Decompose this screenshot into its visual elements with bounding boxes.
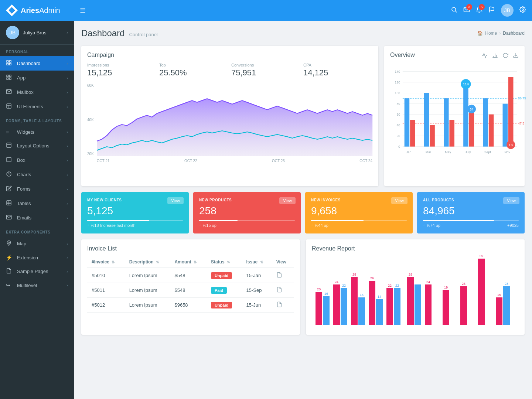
stat-progress-all-products	[423, 220, 519, 221]
sort-status-icon[interactable]: ⇅	[227, 260, 230, 264]
sidebar-username: Juliya Brus	[23, 30, 66, 35]
svg-text:Jan: Jan	[406, 150, 411, 154]
user-avatar[interactable]: JB	[501, 4, 514, 17]
svg-marker-0	[9, 7, 15, 14]
flag-icon[interactable]	[488, 6, 495, 15]
overview-line-chart-icon[interactable]	[482, 52, 488, 59]
search-icon[interactable]	[451, 6, 457, 15]
sidebar-arrow-sample-pages: ›	[66, 269, 68, 274]
svg-text:20: 20	[396, 134, 400, 138]
col-issue: Issue ⇅	[242, 256, 272, 268]
badge-paid-5011: Paid	[211, 287, 227, 294]
sidebar-item-sample-pages[interactable]: Sample Pages ›	[0, 264, 74, 279]
campaign-card: Campaign Impressions 15,125 Top 25.50% C…	[81, 46, 378, 186]
sidebar-label-extension: Extension	[17, 255, 66, 260]
sort-amount-icon[interactable]: ⇅	[194, 260, 197, 264]
stat-view-btn-new-invoices[interactable]: View	[391, 197, 407, 204]
svg-rect-92	[386, 288, 393, 325]
sidebar-arrow-forms: ›	[66, 187, 68, 191]
sort-invoice-icon[interactable]: ⇅	[112, 260, 115, 264]
svg-text:29: 29	[409, 273, 412, 276]
stat-value-all-products: 84,965	[423, 205, 519, 217]
sort-description-icon[interactable]: ⇅	[156, 260, 159, 264]
email-icon[interactable]: 3	[463, 6, 470, 15]
stat-view-btn-new-products[interactable]: View	[279, 197, 296, 204]
svg-text:15: 15	[497, 293, 501, 297]
sidebar-item-map[interactable]: Map ›	[0, 236, 74, 251]
sidebar-item-app[interactable]: App ›	[0, 71, 74, 85]
invoice-view-5010[interactable]	[272, 268, 294, 283]
breadcrumb-home-icon: 🏠	[477, 31, 483, 36]
y-label-20k: 20K	[87, 152, 94, 156]
campaign-x-axis: OCT 21 OCT 22 OCT 23 OCT 24	[97, 157, 372, 163]
bell-badge: 5	[479, 4, 485, 10]
sidebar-section-extra: EXTRA COMPONENTS	[0, 225, 74, 236]
svg-rect-56	[463, 84, 468, 147]
table-row: #5011 Lorem Ipsum $548 Paid 15-Sep	[87, 283, 294, 298]
svg-text:20: 20	[317, 287, 321, 291]
invoice-issue-5011: 15-Sep	[242, 283, 272, 298]
stat-value-new-products: 258	[199, 205, 295, 217]
sidebar-item-extension[interactable]: ⚡ Extension ›	[0, 251, 74, 264]
svg-rect-51	[410, 120, 415, 147]
invoice-status-5012: Unpaid	[207, 298, 242, 313]
sidebar-arrow-charts: ›	[66, 173, 68, 177]
menu-toggle-icon[interactable]: ☰	[80, 6, 86, 14]
svg-rect-105	[478, 259, 485, 325]
sidebar-item-mailbox[interactable]: Mailbox ›	[0, 85, 74, 99]
map-icon	[6, 240, 13, 247]
sidebar-item-box[interactable]: Box ›	[0, 153, 74, 167]
campaign-title: Campaign	[87, 52, 372, 58]
brand-name-bold: Aries	[21, 6, 39, 14]
sidebar-user-arrow-icon: ›	[66, 30, 68, 35]
invoice-number-5011: #5011	[87, 283, 125, 298]
svg-text:16: 16	[324, 292, 328, 296]
sidebar-label-widgets: Widgets	[17, 129, 66, 135]
svg-text:40: 40	[396, 123, 400, 127]
svg-text:Mar: Mar	[426, 150, 431, 154]
revenue-report-card: Revenue Report ☰ 20 16 24	[306, 239, 525, 335]
overview-download-icon[interactable]	[513, 52, 519, 59]
revenue-chart-svg: 20 16 24 22 28 15	[312, 255, 519, 329]
invoice-view-5011[interactable]	[272, 283, 294, 298]
settings-icon[interactable]	[519, 6, 526, 15]
stat-footer-all-products: ↑ %74 up +9025	[423, 223, 519, 228]
sidebar-item-tables[interactable]: Tables ›	[0, 196, 74, 211]
stat-view-btn-new-clients[interactable]: View	[167, 197, 184, 204]
sidebar-item-layout-options[interactable]: Layout Options ›	[0, 139, 74, 153]
stat-value-new-invoices: 9,658	[311, 205, 407, 217]
sidebar-arrow-layout: ›	[66, 144, 68, 148]
svg-rect-52	[424, 93, 429, 147]
overview-bar-chart-icon[interactable]	[492, 52, 498, 59]
sidebar-arrow-widgets: ›	[66, 130, 68, 134]
sidebar-user[interactable]: JB Juliya Brus ›	[0, 21, 74, 45]
sidebar-item-emails[interactable]: Emails ›	[0, 211, 74, 225]
svg-text:24: 24	[335, 280, 338, 284]
col-description: Description ⇅	[125, 256, 170, 268]
brand-name-light: Admin	[39, 6, 60, 14]
overview-refresh-icon[interactable]	[502, 52, 508, 59]
sidebar-item-widgets[interactable]: ≡ Widgets ›	[0, 125, 74, 139]
stat-view-btn-all-products[interactable]: View	[503, 197, 519, 204]
invoice-view-5012[interactable]	[272, 298, 294, 313]
sidebar-item-ui-elements[interactable]: UI Elements ›	[0, 99, 74, 114]
col-invoice: #Invoice ⇅	[87, 256, 125, 268]
breadcrumb-home[interactable]: Home	[485, 31, 497, 36]
sidebar-label-dashboard: Dashboard	[17, 61, 66, 66]
svg-rect-18	[7, 143, 11, 147]
bell-icon[interactable]: 5	[476, 6, 482, 15]
sidebar-item-forms[interactable]: Forms ›	[0, 182, 74, 196]
stat-card-all-products: ALL PRODUCTS View 84,965 ↑ %74 up +9025	[417, 192, 525, 233]
sidebar-item-dashboard[interactable]: Dashboard ›	[0, 56, 74, 71]
svg-line-2	[455, 11, 457, 12]
stat-progress-bar-new-invoices	[311, 220, 364, 221]
stat-footer-new-products: ↑ %15 up	[199, 223, 295, 228]
table-row: #5012 Lorem Ipsum $9658 Unpaid 15-Jun	[87, 298, 294, 313]
email-badge: 3	[466, 4, 472, 10]
sidebar-item-charts[interactable]: Charts ›	[0, 167, 74, 182]
sidebar-item-multilevel[interactable]: ↪ Multilevel ›	[0, 279, 74, 292]
sidebar-label-mailbox: Mailbox	[17, 89, 66, 95]
svg-rect-76	[316, 292, 322, 325]
svg-rect-22	[7, 201, 11, 205]
sort-issue-icon[interactable]: ⇅	[260, 260, 263, 264]
